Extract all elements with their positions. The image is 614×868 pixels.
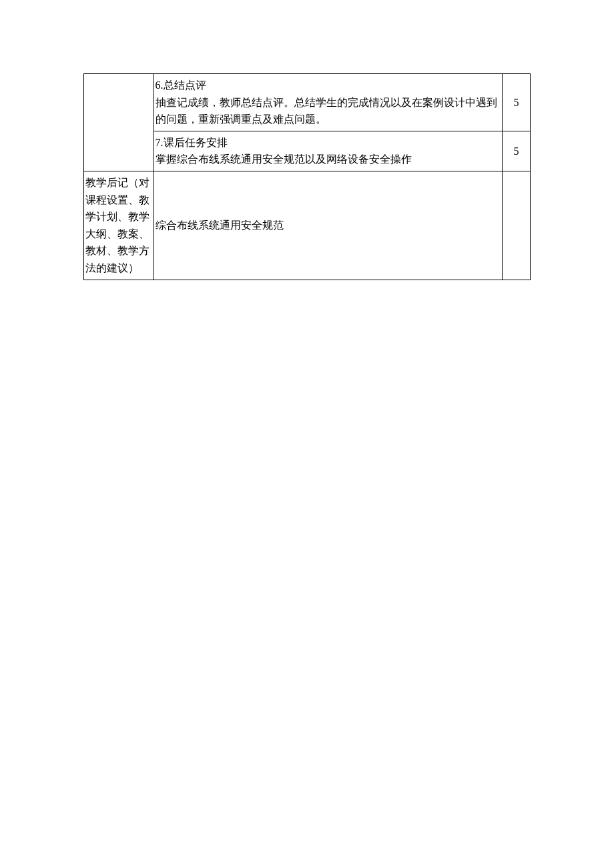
table-cell-label	[84, 74, 154, 171]
table-cell-content: 综合布线系统通用安全规范	[154, 171, 503, 280]
table-row: 6.总结点评抽查记成绩，教师总结点评。总结学生的完成情况以及在案例设计中遇到的问…	[84, 74, 531, 131]
table-cell-content: 6.总结点评抽查记成绩，教师总结点评。总结学生的完成情况以及在案例设计中遇到的问…	[154, 74, 503, 131]
table-cell-value: 5	[503, 131, 531, 171]
table-cell-label: 教学后记（对课程设置、教学计划、教学大纲、教案、教材、教学方法的建议）	[84, 171, 154, 280]
table-cell-content: 7.课后任务安排掌握综合布线系统通用安全规范以及网络设备安全操作	[154, 131, 503, 171]
document-table: 6.总结点评抽查记成绩，教师总结点评。总结学生的完成情况以及在案例设计中遇到的问…	[83, 73, 531, 280]
table-row: 教学后记（对课程设置、教学计划、教学大纲、教案、教材、教学方法的建议） 综合布线…	[84, 171, 531, 280]
table-cell-value	[503, 171, 531, 280]
table-cell-value: 5	[503, 74, 531, 131]
